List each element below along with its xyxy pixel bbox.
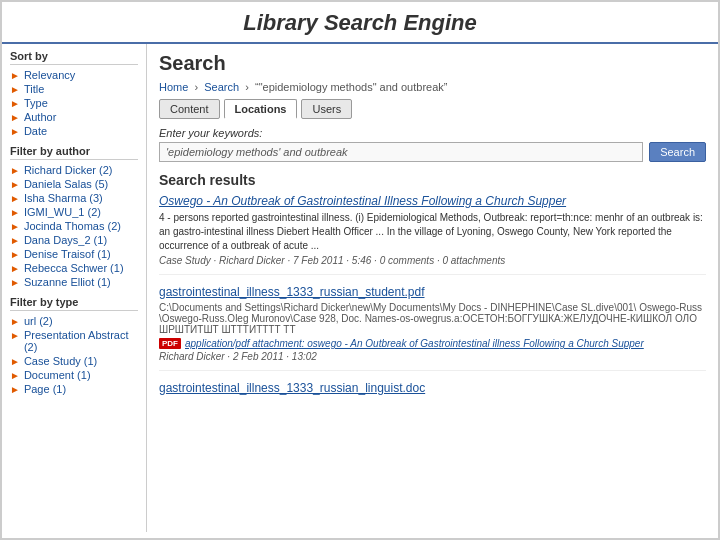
- author-label: Suzanne Elliot (1): [24, 276, 111, 288]
- author-suzanne-elliot[interactable]: ► Suzanne Elliot (1): [10, 276, 138, 288]
- bullet-icon: ►: [10, 207, 20, 218]
- bullet-icon: ►: [10, 235, 20, 246]
- tab-locations[interactable]: Locations: [224, 99, 298, 119]
- tab-users[interactable]: Users: [301, 99, 352, 119]
- breadcrumb-search[interactable]: Search: [204, 81, 239, 93]
- sort-relevancy[interactable]: ► Relevancy: [10, 69, 138, 81]
- sort-title[interactable]: ► Title: [10, 83, 138, 95]
- bullet-icon: ►: [10, 112, 20, 123]
- sidebar: Sort by ► Relevancy ► Title ► Type ► Aut…: [2, 44, 147, 532]
- bullet-icon: ►: [10, 84, 20, 95]
- bullet-icon: ►: [10, 193, 20, 204]
- author-label: Isha Sharma (3): [24, 192, 103, 204]
- breadcrumb-query: “"epidemiology methods" and outbreak”: [255, 81, 448, 93]
- results-title: Search results: [159, 172, 706, 188]
- type-label: Page (1): [24, 383, 66, 395]
- author-isha-sharma[interactable]: ► Isha Sharma (3): [10, 192, 138, 204]
- search-row: Search: [159, 142, 706, 162]
- bullet-icon: ►: [10, 98, 20, 109]
- search-button[interactable]: Search: [649, 142, 706, 162]
- last-result-file-title[interactable]: gastrointestinal_illness_1333_russian_li…: [159, 381, 706, 395]
- result-meta: Case Study · Richard Dicker · 7 Feb 2011…: [159, 255, 706, 266]
- pdf-icon: PDF: [159, 338, 181, 349]
- breadcrumb: Home › Search › “"epidemiology methods" …: [159, 81, 706, 93]
- breadcrumb-home[interactable]: Home: [159, 81, 188, 93]
- bullet-icon: ►: [10, 70, 20, 81]
- sort-by-section: Sort by ► Relevancy ► Title ► Type ► Aut…: [10, 50, 138, 137]
- author-label: Dana Days_2 (1): [24, 234, 107, 246]
- sort-author-label: Author: [24, 111, 56, 123]
- bullet-icon: ►: [10, 263, 20, 274]
- bullet-icon: ►: [10, 330, 20, 341]
- sort-author[interactable]: ► Author: [10, 111, 138, 123]
- file-link[interactable]: application/pdf attachment: oswego - An …: [185, 338, 644, 349]
- type-label: Document (1): [24, 369, 91, 381]
- filter-author-title: Filter by author: [10, 145, 138, 160]
- result-item: Oswego - An Outbreak of Gastrointestinal…: [159, 194, 706, 275]
- bullet-icon: ►: [10, 249, 20, 260]
- author-daniela-salas[interactable]: ► Daniela Salas (5): [10, 178, 138, 190]
- type-presentation-abstract[interactable]: ► Presentation Abstract (2): [10, 329, 138, 353]
- bullet-icon: ►: [10, 384, 20, 395]
- author-label: Daniela Salas (5): [24, 178, 108, 190]
- result-snippet: 4 - persons reported gastrointestinal il…: [159, 211, 706, 253]
- type-page[interactable]: ► Page (1): [10, 383, 138, 395]
- bullet-icon: ►: [10, 316, 20, 327]
- author-igmi[interactable]: ► IGMI_WU_1 (2): [10, 206, 138, 218]
- filter-type-title: Filter by type: [10, 296, 138, 311]
- page-title: Search: [159, 52, 706, 75]
- type-label: Case Study (1): [24, 355, 97, 367]
- bullet-icon: ►: [10, 221, 20, 232]
- type-label: Presentation Abstract (2): [24, 329, 138, 353]
- bullet-icon: ►: [10, 277, 20, 288]
- type-document[interactable]: ► Document (1): [10, 369, 138, 381]
- result-title[interactable]: Oswego - An Outbreak of Gastrointestinal…: [159, 194, 706, 208]
- bullet-icon: ►: [10, 126, 20, 137]
- app-title: Library Search Engine: [243, 10, 477, 35]
- result-item-pdf: gastrointestinal_illness_1333_russian_st…: [159, 285, 706, 371]
- attachment-meta: Richard Dicker · 2 Feb 2011 · 13:02: [159, 351, 706, 362]
- title-bar: Library Search Engine: [2, 2, 718, 44]
- bullet-icon: ►: [10, 179, 20, 190]
- sort-date-label: Date: [24, 125, 47, 137]
- author-label: Richard Dicker (2): [24, 164, 113, 176]
- author-jocinda-thomas[interactable]: ► Jocinda Thomas (2): [10, 220, 138, 232]
- main-layout: Sort by ► Relevancy ► Title ► Type ► Aut…: [2, 44, 718, 532]
- author-dana-days[interactable]: ► Dana Days_2 (1): [10, 234, 138, 246]
- author-denise-traisof[interactable]: ► Denise Traisof (1): [10, 248, 138, 260]
- content-area: Search Home › Search › “"epidemiology me…: [147, 44, 718, 532]
- author-richard-dicker[interactable]: ► Richard Dicker (2): [10, 164, 138, 176]
- filter-author-section: Filter by author ► Richard Dicker (2) ► …: [10, 145, 138, 288]
- author-label: Jocinda Thomas (2): [24, 220, 121, 232]
- bullet-icon: ►: [10, 370, 20, 381]
- search-label: Enter your keywords:: [159, 127, 706, 139]
- sort-type[interactable]: ► Type: [10, 97, 138, 109]
- author-label: IGMI_WU_1 (2): [24, 206, 101, 218]
- app-container: Library Search Engine Sort by ► Relevanc…: [0, 0, 720, 540]
- tab-content[interactable]: Content: [159, 99, 220, 119]
- type-url[interactable]: ► url (2): [10, 315, 138, 327]
- type-label: url (2): [24, 315, 53, 327]
- sort-date[interactable]: ► Date: [10, 125, 138, 137]
- author-label: Rebecca Schwer (1): [24, 262, 124, 274]
- tabs: Content Locations Users: [159, 99, 706, 119]
- filter-type-section: Filter by type ► url (2) ► Presentation …: [10, 296, 138, 395]
- type-case-study[interactable]: ► Case Study (1): [10, 355, 138, 367]
- file-path: C:\Documents and Settings\Richard Dicker…: [159, 302, 706, 335]
- sort-title-label: Title: [24, 83, 44, 95]
- author-rebecca-schwer[interactable]: ► Rebecca Schwer (1): [10, 262, 138, 274]
- result-file-title[interactable]: gastrointestinal_illness_1333_russian_st…: [159, 285, 706, 299]
- bullet-icon: ►: [10, 165, 20, 176]
- sort-type-label: Type: [24, 97, 48, 109]
- bullet-icon: ►: [10, 356, 20, 367]
- sort-relevancy-label: Relevancy: [24, 69, 75, 81]
- search-input[interactable]: [159, 142, 643, 162]
- author-label: Denise Traisof (1): [24, 248, 111, 260]
- file-attachment: PDF application/pdf attachment: oswego -…: [159, 338, 706, 349]
- sort-by-title: Sort by: [10, 50, 138, 65]
